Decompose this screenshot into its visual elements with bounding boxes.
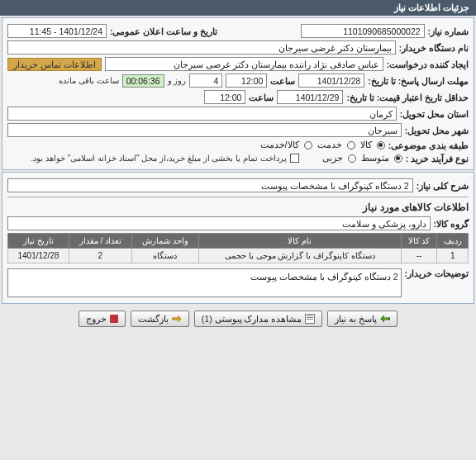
radio-service-label: خدمت	[317, 140, 342, 150]
validity-label: حداقل تاریخ اعتبار قیمت: تا تاریخ:	[346, 92, 469, 102]
exit-button[interactable]: خروج	[79, 311, 126, 327]
cell-qty: 2	[69, 249, 132, 263]
th-code: کد کالا	[401, 234, 437, 249]
th-name: نام کالا	[199, 234, 402, 249]
contact-info-link[interactable]: اطلاعات تماس خریدار	[7, 58, 102, 71]
th-qty: تعداد / مقدار	[69, 234, 132, 249]
radio-small-label: جزیی	[322, 153, 343, 164]
group-value: دارو، پزشکی و سلامت	[7, 216, 431, 230]
treasury-checkbox[interactable]	[290, 154, 299, 163]
city-label: شهر محل تحویل:	[405, 126, 469, 135]
th-row: ردیف	[437, 234, 469, 249]
desc-label: شرح کلی نیاز:	[416, 181, 469, 191]
group-label: گروه کالا:	[434, 219, 469, 229]
validity-date: 1401/12/29	[277, 90, 343, 104]
radio-goods[interactable]	[377, 141, 385, 149]
class-label: طبقه بندی موضوعی:	[388, 140, 469, 150]
desc-value: 2 دستگاه کپنوگراف با مشخصات پیوست	[7, 178, 413, 192]
exit-button-label: خروج	[86, 314, 107, 324]
cell-code: --	[401, 249, 437, 263]
buyer-value: بیمارستان دکتر غرضی سیرجان	[7, 40, 396, 55]
need-no-value: 1101090685000022	[301, 24, 425, 38]
remain-label: ساعت باقی مانده	[59, 76, 119, 85]
cell-name: دستگاه کاپنوگراف با گزارش موجی یا حجمی	[199, 249, 402, 263]
reply-button[interactable]: پاسخ به نیاز	[327, 311, 397, 327]
th-unit: واحد شمارش	[131, 234, 198, 249]
button-bar: پاسخ به نیاز مشاهده مدارک پیوستی (1) باز…	[0, 306, 476, 332]
buyer-label: نام دستگاه خریدار:	[399, 43, 469, 53]
city-value: سیرجان	[7, 123, 402, 137]
back-icon	[172, 314, 182, 324]
radio-goods-label: کالا	[360, 140, 372, 150]
validity-time: 12:00	[204, 90, 245, 104]
radio-small[interactable]	[348, 154, 356, 163]
need-no-label: شماره نیاز:	[428, 26, 469, 36]
back-button-label: بازگشت	[138, 314, 169, 324]
panel-header: جزئیات اطلاعات نیاز	[0, 0, 476, 16]
goods-table: ردیف کد کالا نام کالا واحد شمارش تعداد /…	[7, 233, 469, 263]
back-button[interactable]: بازگشت	[131, 311, 189, 327]
pay-note: پرداخت تمام یا بخشی از مبلغ خرید،از محل …	[31, 154, 287, 163]
cell-row: 1	[437, 249, 469, 263]
buyer-note-value: 2 دستگاه کپنوگراف با مشخصات پیوست	[7, 268, 402, 297]
radio-both-label: کالا/خدمت	[260, 140, 299, 150]
info-panel: شماره نیاز: 1101090685000022 تاریخ و ساع…	[2, 17, 474, 170]
radio-mid-label: متوسط	[361, 153, 389, 164]
deadline-date: 1401/12/28	[298, 74, 364, 88]
days-left: 4	[189, 74, 222, 88]
deadline-label: مهلت ارسال پاسخ: تا تاریخ:	[368, 76, 469, 86]
radio-both[interactable]	[304, 141, 312, 149]
requester-label: ایجاد کننده درخواست:	[387, 59, 469, 69]
goods-section-title: اطلاعات کالاهای مورد نیاز	[7, 202, 469, 213]
province-label: استان محل تحویل:	[400, 109, 469, 119]
time-label-2: ساعت	[249, 92, 274, 102]
reply-icon	[380, 314, 390, 324]
requester-value: عباس صادقی نژاد راننده بیمارستان دکتر غر…	[105, 57, 383, 71]
radio-service[interactable]	[347, 141, 355, 149]
cell-unit: دستگاه	[131, 249, 198, 263]
exit-icon	[110, 315, 118, 323]
desc-panel: شرح کلی نیاز: 2 دستگاه کپنوگراف با مشخصا…	[2, 172, 474, 304]
process-label: نوع فرآیند خرید :	[406, 154, 469, 164]
th-date: تاریخ نیاز	[8, 234, 69, 249]
days-and-label: روز و	[168, 76, 187, 85]
announce-value: 1401/12/24 - 11:45	[7, 24, 107, 38]
reply-button-label: پاسخ به نیاز	[335, 314, 377, 324]
table-row[interactable]: 1 -- دستگاه کاپنوگراف با گزارش موجی یا ح…	[8, 249, 469, 263]
document-icon	[305, 314, 315, 324]
view-button-label: مشاهده مدارک پیوستی (1)	[202, 314, 302, 324]
cell-date: 1401/12/28	[8, 249, 69, 263]
announce-label: تاریخ و ساعت اعلان عمومی:	[110, 26, 217, 36]
countdown-timer: 00:06:36	[122, 74, 164, 88]
time-label-1: ساعت	[270, 76, 295, 86]
deadline-time: 12:00	[226, 74, 267, 88]
buyer-note-label: توضیحات خریدار:	[405, 268, 469, 278]
province-value: کرمان	[7, 107, 397, 121]
radio-mid[interactable]	[394, 154, 402, 163]
view-attachments-button[interactable]: مشاهده مدارک پیوستی (1)	[194, 311, 323, 327]
